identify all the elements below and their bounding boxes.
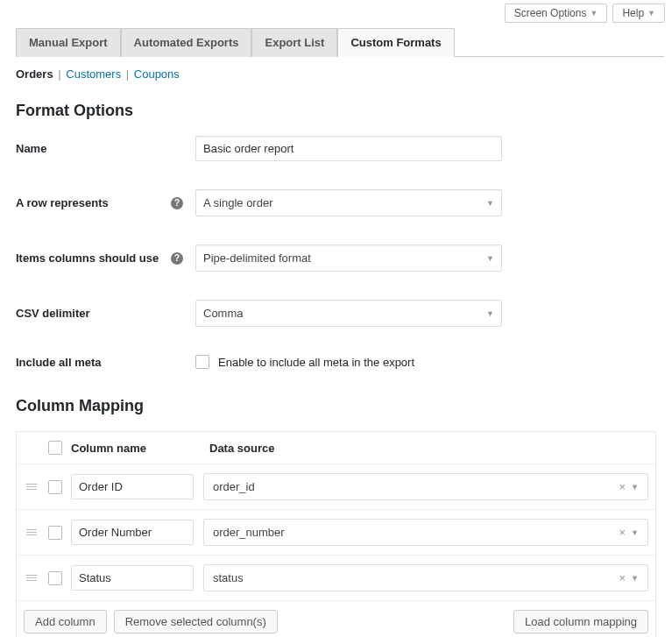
name-label: Name xyxy=(16,142,195,155)
row-represents-select[interactable]: A single order ▼ xyxy=(195,189,502,216)
separator: | xyxy=(126,67,129,81)
data-source-header: Data source xyxy=(209,442,274,455)
row-checkbox[interactable] xyxy=(48,480,62,494)
enable-meta-text: Enable to include all meta in the export xyxy=(218,356,414,369)
chevron-down-icon: ▼ xyxy=(486,254,494,263)
drag-handle-icon[interactable] xyxy=(24,483,39,491)
main-tabs: Manual Export Automated Exports Export L… xyxy=(16,28,664,57)
chevron-down-icon: ▼ xyxy=(486,309,494,318)
include-all-meta-checkbox[interactable] xyxy=(195,355,209,369)
row-represents-label: A row represents ? xyxy=(16,196,195,209)
subtab-orders[interactable]: Orders xyxy=(16,67,53,81)
tab-export-list[interactable]: Export List xyxy=(251,28,337,57)
help-icon[interactable]: ? xyxy=(171,197,183,209)
help-icon[interactable]: ? xyxy=(171,252,183,265)
help-label: Help xyxy=(622,7,644,19)
drag-handle-icon[interactable] xyxy=(24,528,39,536)
select-all-checkbox[interactable] xyxy=(48,441,62,455)
csv-delimiter-value: Comma xyxy=(203,307,244,320)
column-name-input[interactable] xyxy=(71,474,194,499)
items-columns-select[interactable]: Pipe-delimited format ▼ xyxy=(195,244,502,272)
csv-delimiter-label: CSV delimiter xyxy=(16,307,195,320)
table-row: status ×▼ xyxy=(17,555,655,600)
clear-icon[interactable]: × xyxy=(619,480,626,493)
items-columns-value: Pipe-delimited format xyxy=(203,251,311,265)
subtabs: Orders | Customers | Coupons xyxy=(0,57,672,81)
row-represents-value: A single order xyxy=(203,196,273,209)
data-source-value: order_id xyxy=(213,480,255,493)
row-checkbox[interactable] xyxy=(48,571,62,585)
chevron-down-icon: ▼ xyxy=(631,483,639,492)
column-mapping-table: Column name Data source order_id ×▼ orde… xyxy=(16,431,656,637)
column-name-input[interactable] xyxy=(71,520,194,545)
data-source-select[interactable]: order_number ×▼ xyxy=(203,519,648,546)
include-all-meta-label: Include all meta xyxy=(16,356,195,369)
subtab-coupons[interactable]: Coupons xyxy=(134,67,180,81)
tab-custom-formats[interactable]: Custom Formats xyxy=(337,28,454,57)
chevron-down-icon: ▼ xyxy=(590,9,598,18)
chevron-down-icon: ▼ xyxy=(631,528,639,537)
separator: | xyxy=(58,67,60,81)
clear-icon[interactable]: × xyxy=(619,526,626,539)
csv-delimiter-select[interactable]: Comma ▼ xyxy=(195,300,502,327)
drag-handle-icon[interactable] xyxy=(24,574,39,582)
tab-automated-exports[interactable]: Automated Exports xyxy=(121,28,252,57)
subtab-customers[interactable]: Customers xyxy=(66,67,121,81)
screen-options-label: Screen Options xyxy=(514,7,587,19)
items-columns-label: Items columns should use ? xyxy=(16,251,195,265)
row-checkbox[interactable] xyxy=(48,526,62,540)
load-column-mapping-button[interactable]: Load column mapping xyxy=(513,610,648,633)
tab-manual-export[interactable]: Manual Export xyxy=(16,28,121,57)
data-source-value: order_number xyxy=(213,526,285,539)
table-row: order_id ×▼ xyxy=(17,464,655,509)
chevron-down-icon: ▼ xyxy=(631,574,639,583)
column-name-header: Column name xyxy=(71,442,202,455)
remove-selected-button[interactable]: Remove selected column(s) xyxy=(114,610,278,633)
table-row: order_number ×▼ xyxy=(17,509,655,555)
add-column-button[interactable]: Add column xyxy=(24,610,107,633)
data-source-select[interactable]: order_id ×▼ xyxy=(203,473,648,500)
chevron-down-icon: ▼ xyxy=(486,199,494,208)
screen-options-button[interactable]: Screen Options ▼ xyxy=(505,4,608,23)
clear-icon[interactable]: × xyxy=(619,571,626,584)
format-options-heading: Format Options xyxy=(16,102,656,120)
chevron-down-icon: ▼ xyxy=(647,9,655,18)
column-name-input[interactable] xyxy=(71,565,194,591)
column-mapping-heading: Column Mapping xyxy=(16,397,656,415)
name-input[interactable] xyxy=(195,136,502,161)
help-button[interactable]: Help ▼ xyxy=(612,4,665,23)
data-source-select[interactable]: status ×▼ xyxy=(203,564,648,591)
data-source-value: status xyxy=(213,571,244,584)
